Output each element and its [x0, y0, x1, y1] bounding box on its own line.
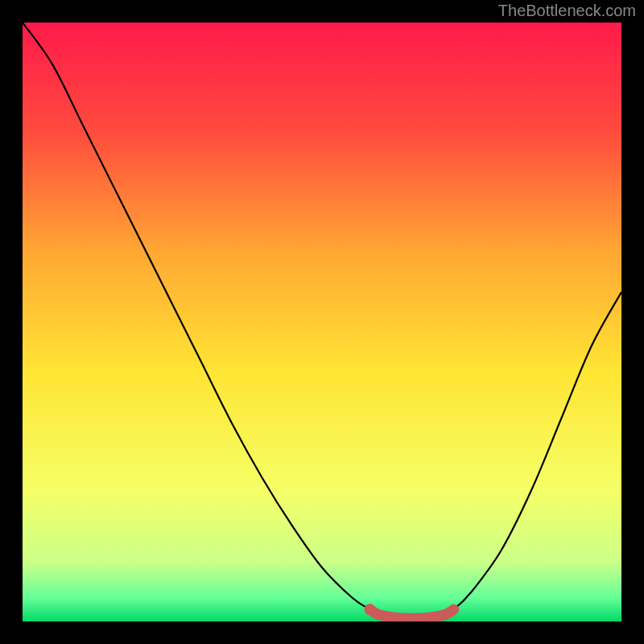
chart-curve — [23, 23, 621, 621]
bottleneck-curve-line — [23, 23, 621, 618]
chart-plot-area — [23, 23, 621, 621]
optimal-range-dot — [365, 604, 376, 615]
optimal-range-highlight — [370, 609, 454, 618]
attribution-text: TheBottleneck.com — [498, 2, 636, 20]
